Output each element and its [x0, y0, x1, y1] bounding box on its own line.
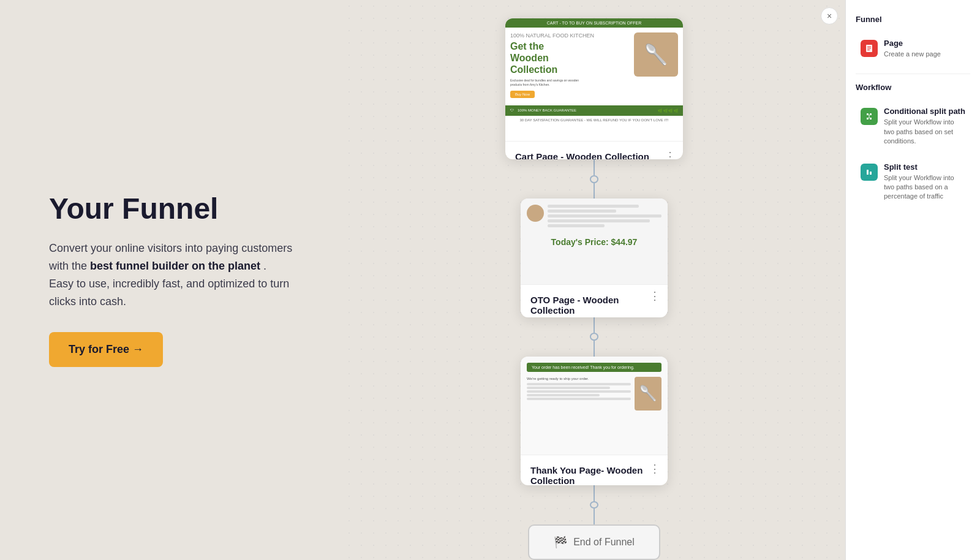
- connector-6: [594, 509, 595, 524]
- guarantee-text: 100% MONEY BACK GUARANTEE: [518, 108, 576, 112]
- oto-card-title: OTO Page - Wooden Collection: [530, 295, 658, 316]
- svg-rect-1: [867, 47, 871, 47]
- cart-card-menu-button[interactable]: ⋮: [665, 149, 676, 159]
- page-item-desc: Create a new page: [884, 50, 941, 59]
- ty-preview: Your order has been received! Thank you …: [521, 357, 668, 455]
- oto-page-card[interactable]: Today's Price: $44.97 OTO Page - Wooden …: [521, 199, 668, 317]
- conditional-split-icon: [861, 108, 878, 125]
- ty-subtext: We're getting ready to ship your order.: [527, 377, 631, 380]
- oto-text-lines: [548, 205, 662, 227]
- ty-line-4: [527, 394, 600, 396]
- ty-header-bar: Your order has been received! Thank you …: [527, 363, 662, 372]
- cart-page-card[interactable]: CART - TO TO BUY ON SUBSCRIPTION OFFER 1…: [505, 18, 683, 159]
- svg-rect-3: [867, 50, 870, 50]
- workflow-section-title: Workflow: [856, 83, 970, 92]
- hero-section: Your Funnel Convert your online visitors…: [0, 0, 343, 560]
- split-test-desc: Split your Workflow into two paths based…: [884, 173, 965, 202]
- right-sidebar: Funnel Page Create a new page Workflow: [845, 0, 980, 560]
- connector-dot-2: [590, 333, 598, 341]
- sidebar-item-split-test[interactable]: Split test Split your Workflow into two …: [856, 156, 970, 208]
- oto-preview: Today's Price: $44.97: [521, 199, 668, 284]
- cart-card-info: Cart Page - Wooden Collection .../cart-p…: [505, 141, 683, 159]
- connector-1: [594, 159, 595, 175]
- conditional-split-label: Conditional split path: [884, 107, 965, 116]
- ty-line-1: [527, 383, 631, 385]
- oto-price-text: Today's Price: $44.97: [551, 237, 638, 247]
- connector-5: [594, 485, 595, 501]
- connector-2: [594, 183, 595, 199]
- oto-line-1: [548, 205, 639, 208]
- hero-content: Your Funnel Convert your online visitors…: [49, 193, 294, 368]
- svg-rect-10: [870, 172, 872, 175]
- canvas-content: CART - TO TO BUY ON SUBSCRIPTION OFFER 1…: [343, 0, 845, 560]
- cart-card-title: Cart Page - Wooden Collection: [515, 151, 673, 159]
- thankyou-page-card[interactable]: Your order has been received! Thank you …: [521, 357, 668, 486]
- oto-avatar: [527, 205, 544, 222]
- ty-card-title: Thank You Page- Wooden Collection: [530, 465, 658, 486]
- split-test-icon: [861, 164, 878, 181]
- canvas-close-button[interactable]: ×: [821, 7, 838, 25]
- conditional-split-desc: Split your Workflow into two paths based…: [884, 118, 965, 146]
- cart-buy-btn: Buy Now: [510, 91, 535, 98]
- icons-row: 🌿 🌿 🌿 🌿: [658, 108, 678, 113]
- oto-card-menu-button[interactable]: ⋮: [649, 289, 660, 303]
- cart-title-preview: Get theWoodenCollection: [510, 40, 629, 76]
- cart-subtitle-preview: Exclusive deal for bundles and savings o…: [510, 78, 629, 87]
- split-test-label: Split test: [884, 162, 965, 172]
- hero-description: Convert your online visitors into paying…: [49, 240, 294, 310]
- cart-header: CART - TO TO BUY ON SUBSCRIPTION OFFER: [505, 18, 683, 28]
- close-icon: ×: [827, 11, 832, 21]
- svg-rect-6: [867, 118, 869, 119]
- funnel-canvas-area: × CART - TO TO BUY ON SUBSCRIPTION OFFER…: [343, 0, 845, 560]
- flag-icon: 🏁: [554, 535, 567, 549]
- sidebar-divider: [856, 74, 970, 74]
- cart-text-area: 100% NATURAL FOOD KITCHEN Get theWoodenC…: [510, 32, 629, 98]
- ty-line-2: [527, 387, 610, 389]
- svg-rect-5: [870, 113, 872, 115]
- connector-3: [594, 317, 595, 333]
- try-for-free-button[interactable]: Try for Free →: [49, 332, 163, 367]
- page-item-label: Page: [884, 39, 941, 48]
- oto-line-4: [548, 219, 650, 222]
- connector-dot-3: [590, 501, 598, 509]
- oto-line-2: [548, 210, 616, 213]
- ty-body: We're getting ready to ship your order. …: [527, 377, 662, 411]
- svg-rect-9: [867, 170, 869, 175]
- oto-top-row: [527, 205, 662, 227]
- svg-rect-7: [870, 118, 872, 119]
- cart-extra: 30 DAY SATISFACTION GUARANTEE - WE WILL …: [505, 116, 683, 124]
- funnel-section-title: Funnel: [856, 15, 970, 24]
- sidebar-item-page[interactable]: Page Create a new page: [856, 32, 970, 65]
- ty-line-3: [527, 390, 631, 393]
- shield-icon: 🛡: [510, 108, 514, 112]
- cart-guarantee-bar: 🛡 100% MONEY BACK GUARANTEE 🌿 🌿 🌿 🌿: [505, 105, 683, 116]
- page-icon: [861, 40, 878, 57]
- split-test-content: Split test Split your Workflow into two …: [884, 162, 965, 202]
- cart-eyebrow: 100% NATURAL FOOD KITCHEN: [510, 32, 629, 39]
- svg-rect-4: [867, 113, 869, 115]
- page-item-content: Page Create a new page: [884, 39, 941, 59]
- ty-line-5: [527, 398, 631, 400]
- sidebar-item-conditional-split[interactable]: Conditional split path Split your Workfl…: [856, 100, 970, 152]
- conditional-split-content: Conditional split path Split your Workfl…: [884, 107, 965, 146]
- cart-body: 100% NATURAL FOOD KITCHEN Get theWoodenC…: [505, 28, 683, 103]
- end-of-funnel-block: 🏁 End of Funnel: [528, 524, 660, 560]
- oto-card-info: OTO Page - Wooden Collection .../oto-pag…: [521, 284, 668, 317]
- oto-line-3: [548, 214, 662, 218]
- hero-desc-bold: best funnel builder on the planet: [90, 260, 260, 272]
- ty-card-info: Thank You Page- Wooden Collection .../th…: [521, 455, 668, 486]
- svg-rect-2: [867, 48, 871, 49]
- cart-preview: CART - TO TO BUY ON SUBSCRIPTION OFFER 1…: [505, 18, 683, 141]
- cart-product-image: 🥄: [634, 32, 678, 77]
- oto-line-5: [548, 224, 605, 227]
- connector-4: [594, 341, 595, 357]
- connector-dot-1: [590, 175, 598, 183]
- ty-card-menu-button[interactable]: ⋮: [649, 462, 660, 475]
- end-of-funnel-label: End of Funnel: [573, 537, 635, 548]
- hero-title: Your Funnel: [49, 193, 294, 225]
- ty-product-image: 🥄: [635, 377, 662, 411]
- ty-text-area: We're getting ready to ship your order.: [527, 377, 631, 411]
